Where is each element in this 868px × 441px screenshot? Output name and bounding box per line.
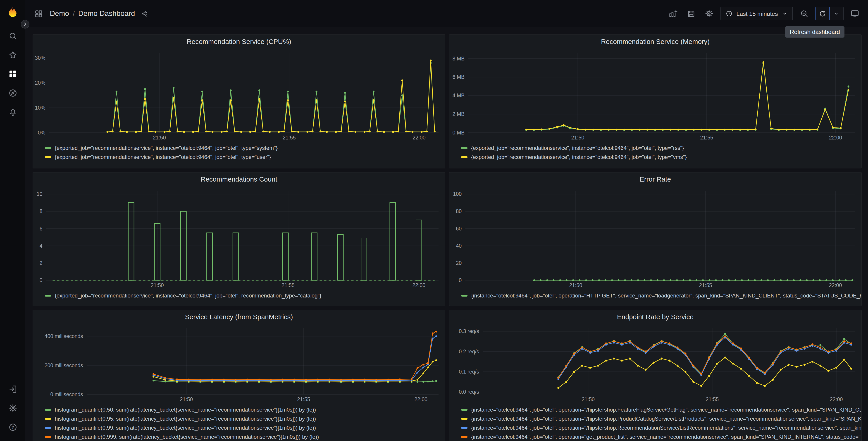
svg-text:0.3 req/s: 0.3 req/s — [459, 328, 479, 334]
legend-series-marker — [45, 147, 51, 149]
legend-item[interactable]: {instance="otelcol:9464", job="otel", op… — [461, 291, 858, 300]
svg-text:10%: 10% — [35, 105, 45, 111]
cpu-legend: {exported_job="recommendationservice", i… — [33, 142, 445, 161]
svg-text:80: 80 — [456, 208, 462, 214]
panel-title[interactable]: Recommendation Service (CPU%) — [33, 35, 445, 49]
dashboard-grid: Recommendation Service (CPU%) 0%10%20%30… — [25, 27, 868, 441]
sidebar-item-starred[interactable] — [4, 45, 22, 64]
svg-text:22:00: 22:00 — [830, 396, 843, 402]
svg-text:21:55: 21:55 — [699, 282, 712, 288]
legend-series-marker — [461, 418, 467, 420]
svg-text:22:00: 22:00 — [412, 282, 425, 288]
legend-series-label: {instance="otelcol:9464", job="otel", op… — [471, 416, 861, 422]
zoom-out-button[interactable] — [797, 7, 811, 20]
legend-item[interactable]: {instance="otelcol:9464", job="otel", op… — [461, 405, 858, 414]
legend-series-label: {exported_job="recommendationservice", i… — [55, 293, 321, 299]
sidebar-item-dashboards[interactable] — [4, 64, 22, 83]
legend-item[interactable]: {exported_job="recommendationservice", i… — [45, 144, 441, 153]
zoom-out-icon — [800, 9, 809, 18]
memory-chart[interactable]: 0 MB2 MB4 MB6 MB8 MB21:5021:5522:00 — [450, 49, 861, 142]
svg-text:400 milliseconds: 400 milliseconds — [44, 333, 83, 339]
endpoint-rate-chart[interactable]: 0.0 req/s0.1 req/s0.2 req/s0.3 req/s21:5… — [450, 324, 861, 404]
legend-item[interactable]: histogram_quantile(0.50, sum(rate(latenc… — [45, 405, 441, 414]
legend-series-marker — [461, 295, 467, 297]
sidebar-item-explore[interactable] — [4, 83, 22, 102]
legend-item[interactable]: {instance="otelcol:9464", job="otel", op… — [461, 423, 858, 432]
panel-title[interactable]: Service Latency (from SpanMetrics) — [33, 310, 445, 324]
sidebar-item-sign-in[interactable] — [4, 379, 22, 399]
svg-text:40: 40 — [456, 243, 462, 249]
share-dashboard-button[interactable] — [140, 8, 151, 19]
grafana-logo[interactable] — [4, 4, 21, 21]
legend-series-label: {instance="otelcol:9464", job="otel", op… — [471, 293, 861, 299]
refresh-icon — [819, 10, 826, 18]
add-panel-button[interactable] — [666, 7, 680, 20]
legend-series-marker — [461, 147, 467, 149]
gear-icon — [705, 9, 714, 18]
legend-item[interactable]: {instance="otelcol:9464", job="otel", op… — [461, 414, 858, 423]
expand-sidebar-button[interactable] — [21, 20, 29, 29]
sidebar-item-alerting[interactable] — [4, 102, 22, 121]
panel-title[interactable]: Error Rate — [450, 173, 861, 186]
panel-title[interactable]: Recommendations Count — [33, 173, 445, 186]
svg-text:22:00: 22:00 — [412, 135, 426, 141]
svg-text:21:50: 21:50 — [180, 396, 193, 402]
svg-text:6: 6 — [40, 226, 42, 232]
cpu-chart[interactable]: 0%10%20%30%21:5021:5522:00 — [33, 49, 445, 142]
legend-series-marker — [45, 156, 51, 158]
legend-item[interactable]: {exported_job="recommendationservice", i… — [45, 291, 441, 300]
refresh-interval-dropdown[interactable] — [830, 7, 843, 20]
breadcrumb-section[interactable]: Demo — [50, 9, 69, 18]
svg-text:21:50: 21:50 — [571, 135, 585, 141]
panel-title[interactable]: Endpoint Rate by Service — [450, 310, 861, 324]
bell-icon — [8, 107, 18, 117]
legend-item[interactable]: {exported_job="recommendationservice", i… — [461, 153, 858, 161]
apps-grid-icon-button[interactable] — [32, 7, 45, 20]
kiosk-mode-button[interactable] — [848, 7, 862, 20]
svg-text:0 MB: 0 MB — [453, 130, 465, 136]
legend-item[interactable]: histogram_quantile(0.99, sum(rate(latenc… — [45, 423, 441, 432]
legend-series-marker — [461, 436, 467, 438]
caret-down-icon — [833, 10, 839, 17]
time-range-picker[interactable]: Last 15 minutes — [720, 7, 793, 20]
error-rate-chart[interactable]: 02040608010021:5021:5522:00 — [450, 186, 861, 289]
dashboard-settings-button[interactable] — [702, 7, 716, 20]
breadcrumb-dashboard[interactable]: Demo Dashboard — [78, 9, 135, 18]
gear-icon — [8, 403, 18, 413]
legend-series-label: histogram_quantile(0.50, sum(rate(latenc… — [55, 407, 316, 413]
sidebar-item-settings[interactable] — [4, 399, 22, 417]
legend-item[interactable]: {exported_job="recommendationservice", i… — [45, 153, 441, 161]
legend-series-label: {instance="otelcol:9464", job="otel", op… — [471, 425, 861, 431]
clock-icon — [725, 10, 733, 17]
legend-item[interactable]: {instance="otelcol:9464", job="otel", op… — [461, 432, 858, 441]
svg-text:21:50: 21:50 — [151, 282, 164, 288]
time-range-label: Last 15 minutes — [736, 10, 778, 17]
legend-series-marker — [461, 427, 467, 429]
legend-item[interactable]: histogram_quantile(0.95, sum(rate(latenc… — [45, 414, 441, 423]
svg-text:21:55: 21:55 — [281, 282, 294, 288]
breadcrumb-separator: / — [73, 10, 74, 18]
recommendations-count-chart[interactable]: 024681021:5021:5522:00 — [33, 186, 445, 289]
legend-item[interactable]: {exported_job="recommendationservice", i… — [461, 144, 858, 153]
refresh-button[interactable] — [815, 7, 830, 20]
sidebar-item-search[interactable] — [4, 26, 22, 45]
legend-item[interactable]: histogram_quantile(0.999, sum(rate(laten… — [45, 432, 441, 441]
save-dashboard-button[interactable] — [684, 7, 698, 20]
legend-series-label: histogram_quantile(0.95, sum(rate(latenc… — [55, 416, 316, 422]
legend-series-marker — [45, 427, 51, 429]
svg-text:0: 0 — [40, 277, 42, 283]
legend-series-marker — [45, 295, 51, 297]
svg-text:21:55: 21:55 — [297, 396, 310, 402]
sidebar-item-help[interactable]: ? — [4, 417, 22, 437]
legend-series-marker — [461, 409, 467, 411]
star-icon — [8, 50, 18, 60]
svg-text:4: 4 — [40, 243, 42, 249]
panel-recommendations-count: Recommendations Count 024681021:5021:552… — [33, 172, 445, 306]
apps-grid-icon — [34, 9, 43, 18]
svg-text:100: 100 — [453, 191, 462, 197]
service-latency-chart[interactable]: 0 milliseconds200 milliseconds400 millis… — [33, 324, 445, 404]
svg-text:0: 0 — [459, 277, 462, 283]
svg-text:22:00: 22:00 — [414, 396, 428, 402]
panel-recommendation-cpu: Recommendation Service (CPU%) 0%10%20%30… — [33, 34, 445, 169]
refresh-tooltip: Refresh dashboard — [785, 26, 844, 37]
